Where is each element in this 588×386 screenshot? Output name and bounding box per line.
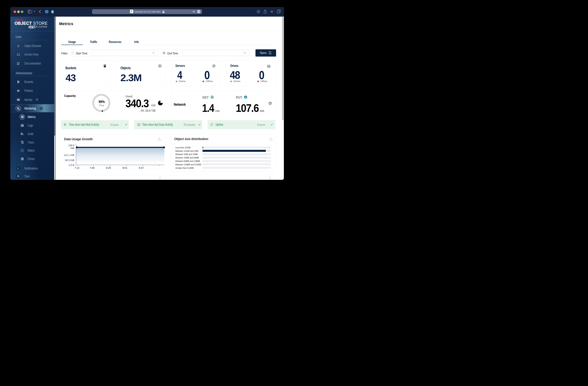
svg-text:λ: λ <box>17 167 19 170</box>
svg-text:Free Software: Free Software <box>29 28 33 29</box>
